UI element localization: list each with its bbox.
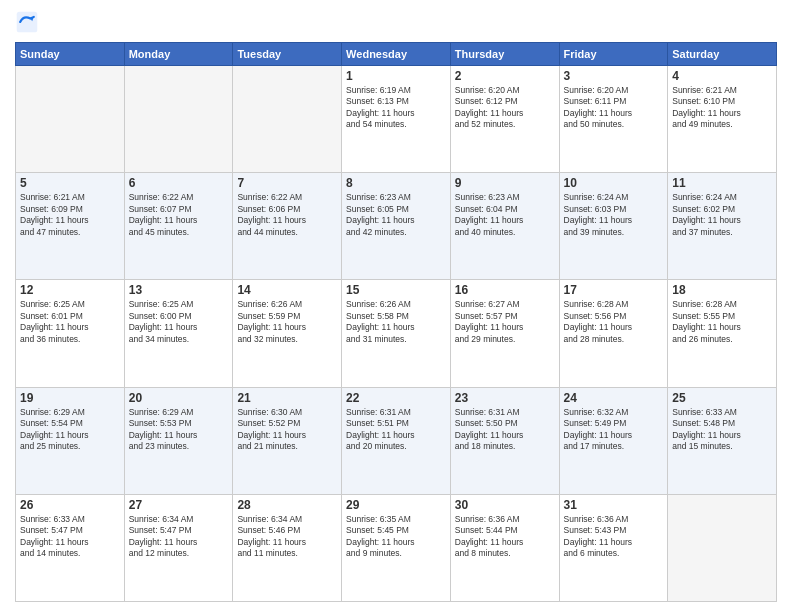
day-number: 30 [455, 498, 555, 512]
week-row-1: 1Sunrise: 6:19 AM Sunset: 6:13 PM Daylig… [16, 66, 777, 173]
day-cell: 31Sunrise: 6:36 AM Sunset: 5:43 PM Dayli… [559, 494, 668, 601]
col-header-thursday: Thursday [450, 43, 559, 66]
logo [15, 10, 43, 34]
header-row: SundayMondayTuesdayWednesdayThursdayFrid… [16, 43, 777, 66]
day-cell: 7Sunrise: 6:22 AM Sunset: 6:06 PM Daylig… [233, 173, 342, 280]
day-info: Sunrise: 6:23 AM Sunset: 6:05 PM Dayligh… [346, 192, 446, 238]
day-info: Sunrise: 6:26 AM Sunset: 5:58 PM Dayligh… [346, 299, 446, 345]
day-cell: 3Sunrise: 6:20 AM Sunset: 6:11 PM Daylig… [559, 66, 668, 173]
day-number: 20 [129, 391, 229, 405]
day-cell: 14Sunrise: 6:26 AM Sunset: 5:59 PM Dayli… [233, 280, 342, 387]
day-cell [668, 494, 777, 601]
day-number: 3 [564, 69, 664, 83]
day-cell: 10Sunrise: 6:24 AM Sunset: 6:03 PM Dayli… [559, 173, 668, 280]
day-number: 14 [237, 283, 337, 297]
week-row-4: 19Sunrise: 6:29 AM Sunset: 5:54 PM Dayli… [16, 387, 777, 494]
day-number: 4 [672, 69, 772, 83]
page: SundayMondayTuesdayWednesdayThursdayFrid… [0, 0, 792, 612]
day-info: Sunrise: 6:20 AM Sunset: 6:11 PM Dayligh… [564, 85, 664, 131]
day-cell: 6Sunrise: 6:22 AM Sunset: 6:07 PM Daylig… [124, 173, 233, 280]
day-info: Sunrise: 6:28 AM Sunset: 5:56 PM Dayligh… [564, 299, 664, 345]
day-number: 9 [455, 176, 555, 190]
day-info: Sunrise: 6:22 AM Sunset: 6:06 PM Dayligh… [237, 192, 337, 238]
day-info: Sunrise: 6:29 AM Sunset: 5:53 PM Dayligh… [129, 407, 229, 453]
day-info: Sunrise: 6:21 AM Sunset: 6:10 PM Dayligh… [672, 85, 772, 131]
day-cell: 30Sunrise: 6:36 AM Sunset: 5:44 PM Dayli… [450, 494, 559, 601]
day-number: 27 [129, 498, 229, 512]
day-cell: 22Sunrise: 6:31 AM Sunset: 5:51 PM Dayli… [342, 387, 451, 494]
day-info: Sunrise: 6:28 AM Sunset: 5:55 PM Dayligh… [672, 299, 772, 345]
day-number: 8 [346, 176, 446, 190]
day-number: 17 [564, 283, 664, 297]
day-info: Sunrise: 6:36 AM Sunset: 5:44 PM Dayligh… [455, 514, 555, 560]
day-cell: 9Sunrise: 6:23 AM Sunset: 6:04 PM Daylig… [450, 173, 559, 280]
day-cell [16, 66, 125, 173]
day-info: Sunrise: 6:33 AM Sunset: 5:48 PM Dayligh… [672, 407, 772, 453]
day-cell: 12Sunrise: 6:25 AM Sunset: 6:01 PM Dayli… [16, 280, 125, 387]
day-info: Sunrise: 6:26 AM Sunset: 5:59 PM Dayligh… [237, 299, 337, 345]
day-info: Sunrise: 6:25 AM Sunset: 6:01 PM Dayligh… [20, 299, 120, 345]
day-number: 22 [346, 391, 446, 405]
day-info: Sunrise: 6:29 AM Sunset: 5:54 PM Dayligh… [20, 407, 120, 453]
col-header-friday: Friday [559, 43, 668, 66]
day-cell: 25Sunrise: 6:33 AM Sunset: 5:48 PM Dayli… [668, 387, 777, 494]
day-info: Sunrise: 6:35 AM Sunset: 5:45 PM Dayligh… [346, 514, 446, 560]
day-number: 12 [20, 283, 120, 297]
day-cell: 16Sunrise: 6:27 AM Sunset: 5:57 PM Dayli… [450, 280, 559, 387]
col-header-wednesday: Wednesday [342, 43, 451, 66]
day-number: 18 [672, 283, 772, 297]
day-cell [124, 66, 233, 173]
col-header-monday: Monday [124, 43, 233, 66]
day-cell: 26Sunrise: 6:33 AM Sunset: 5:47 PM Dayli… [16, 494, 125, 601]
day-cell: 4Sunrise: 6:21 AM Sunset: 6:10 PM Daylig… [668, 66, 777, 173]
day-cell: 2Sunrise: 6:20 AM Sunset: 6:12 PM Daylig… [450, 66, 559, 173]
day-number: 6 [129, 176, 229, 190]
day-cell: 11Sunrise: 6:24 AM Sunset: 6:02 PM Dayli… [668, 173, 777, 280]
day-cell: 27Sunrise: 6:34 AM Sunset: 5:47 PM Dayli… [124, 494, 233, 601]
day-info: Sunrise: 6:32 AM Sunset: 5:49 PM Dayligh… [564, 407, 664, 453]
week-row-3: 12Sunrise: 6:25 AM Sunset: 6:01 PM Dayli… [16, 280, 777, 387]
day-cell: 5Sunrise: 6:21 AM Sunset: 6:09 PM Daylig… [16, 173, 125, 280]
calendar-table: SundayMondayTuesdayWednesdayThursdayFrid… [15, 42, 777, 602]
day-info: Sunrise: 6:24 AM Sunset: 6:03 PM Dayligh… [564, 192, 664, 238]
logo-icon [15, 10, 39, 34]
day-number: 28 [237, 498, 337, 512]
day-info: Sunrise: 6:27 AM Sunset: 5:57 PM Dayligh… [455, 299, 555, 345]
col-header-saturday: Saturday [668, 43, 777, 66]
day-info: Sunrise: 6:19 AM Sunset: 6:13 PM Dayligh… [346, 85, 446, 131]
day-number: 29 [346, 498, 446, 512]
day-cell: 17Sunrise: 6:28 AM Sunset: 5:56 PM Dayli… [559, 280, 668, 387]
day-info: Sunrise: 6:36 AM Sunset: 5:43 PM Dayligh… [564, 514, 664, 560]
day-number: 2 [455, 69, 555, 83]
day-info: Sunrise: 6:31 AM Sunset: 5:51 PM Dayligh… [346, 407, 446, 453]
day-cell: 29Sunrise: 6:35 AM Sunset: 5:45 PM Dayli… [342, 494, 451, 601]
day-number: 23 [455, 391, 555, 405]
day-cell: 24Sunrise: 6:32 AM Sunset: 5:49 PM Dayli… [559, 387, 668, 494]
day-number: 10 [564, 176, 664, 190]
day-info: Sunrise: 6:33 AM Sunset: 5:47 PM Dayligh… [20, 514, 120, 560]
day-info: Sunrise: 6:21 AM Sunset: 6:09 PM Dayligh… [20, 192, 120, 238]
day-cell: 23Sunrise: 6:31 AM Sunset: 5:50 PM Dayli… [450, 387, 559, 494]
day-cell: 18Sunrise: 6:28 AM Sunset: 5:55 PM Dayli… [668, 280, 777, 387]
day-info: Sunrise: 6:22 AM Sunset: 6:07 PM Dayligh… [129, 192, 229, 238]
day-cell: 15Sunrise: 6:26 AM Sunset: 5:58 PM Dayli… [342, 280, 451, 387]
day-cell [233, 66, 342, 173]
week-row-2: 5Sunrise: 6:21 AM Sunset: 6:09 PM Daylig… [16, 173, 777, 280]
day-cell: 20Sunrise: 6:29 AM Sunset: 5:53 PM Dayli… [124, 387, 233, 494]
day-number: 25 [672, 391, 772, 405]
day-cell: 13Sunrise: 6:25 AM Sunset: 6:00 PM Dayli… [124, 280, 233, 387]
day-info: Sunrise: 6:20 AM Sunset: 6:12 PM Dayligh… [455, 85, 555, 131]
day-info: Sunrise: 6:34 AM Sunset: 5:47 PM Dayligh… [129, 514, 229, 560]
header [15, 10, 777, 34]
day-number: 7 [237, 176, 337, 190]
day-number: 26 [20, 498, 120, 512]
day-cell: 19Sunrise: 6:29 AM Sunset: 5:54 PM Dayli… [16, 387, 125, 494]
day-info: Sunrise: 6:31 AM Sunset: 5:50 PM Dayligh… [455, 407, 555, 453]
day-cell: 21Sunrise: 6:30 AM Sunset: 5:52 PM Dayli… [233, 387, 342, 494]
day-info: Sunrise: 6:24 AM Sunset: 6:02 PM Dayligh… [672, 192, 772, 238]
day-number: 16 [455, 283, 555, 297]
day-info: Sunrise: 6:25 AM Sunset: 6:00 PM Dayligh… [129, 299, 229, 345]
day-cell: 8Sunrise: 6:23 AM Sunset: 6:05 PM Daylig… [342, 173, 451, 280]
col-header-tuesday: Tuesday [233, 43, 342, 66]
day-number: 21 [237, 391, 337, 405]
